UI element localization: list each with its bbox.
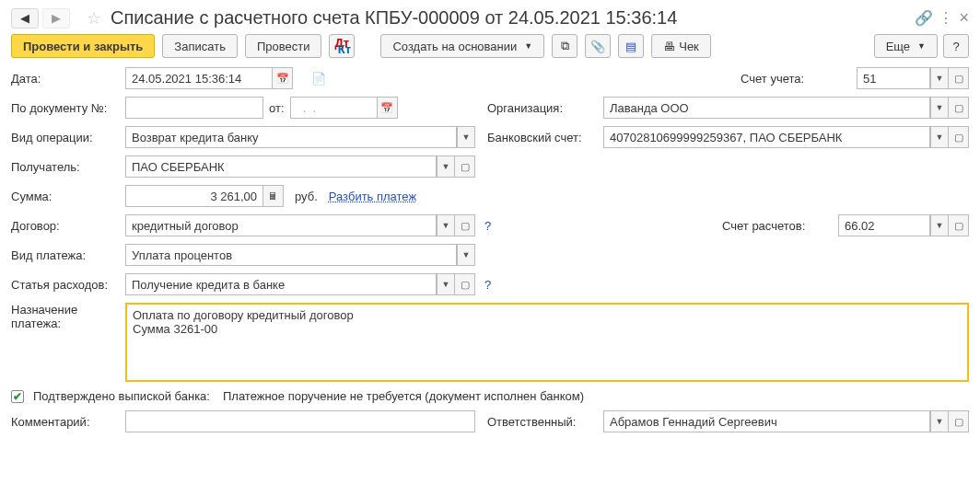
- kebab-menu-icon[interactable]: ⋮: [939, 9, 953, 27]
- doc-no-input[interactable]: [125, 97, 263, 119]
- contract-input[interactable]: [125, 214, 437, 236]
- recipient-label: Получатель:: [11, 160, 80, 174]
- link-icon[interactable]: 🔗: [915, 9, 933, 27]
- bank-acc-label: Банковский счет:: [487, 131, 582, 144]
- expense-open-icon[interactable]: ▢: [455, 273, 475, 295]
- attach-button[interactable]: 📎: [585, 34, 611, 58]
- dk-movements-button[interactable]: ДтКт: [329, 34, 355, 58]
- post-and-close-button[interactable]: Провести и закрыть: [11, 34, 155, 58]
- create-based-button[interactable]: Создать на основании ▼: [380, 34, 544, 58]
- more-button[interactable]: Еще ▼: [874, 34, 938, 58]
- amount-unit: руб.: [295, 190, 318, 203]
- favorite-star-icon[interactable]: ☆: [87, 8, 101, 29]
- expense-help-icon[interactable]: ?: [484, 278, 491, 292]
- account-label: Счет учета:: [741, 72, 804, 86]
- confirmed-label: Подтверждено выпиской банка:: [33, 389, 210, 403]
- dk-icon: ДтКт: [333, 40, 351, 52]
- recipient-dropdown-icon[interactable]: ▼: [437, 156, 455, 178]
- confirmed-text: Платежное поручение не требуется (докуме…: [223, 389, 584, 403]
- op-type-input[interactable]: [125, 126, 457, 148]
- account-dropdown-icon[interactable]: ▼: [930, 67, 949, 89]
- structure-button[interactable]: ⧉: [552, 34, 578, 58]
- calc-acc-open-icon[interactable]: ▢: [949, 214, 969, 236]
- save-button[interactable]: Записать: [162, 34, 238, 58]
- from-calendar-icon[interactable]: 📅: [378, 97, 398, 119]
- pay-type-dropdown-icon[interactable]: ▼: [457, 244, 475, 266]
- purpose-label: Назначение платежа:: [11, 303, 77, 330]
- bank-acc-input[interactable]: [603, 126, 930, 148]
- contract-open-icon[interactable]: ▢: [455, 214, 475, 236]
- bank-acc-dropdown-icon[interactable]: ▼: [930, 126, 949, 148]
- cheque-button[interactable]: 🖶 Чек: [651, 34, 711, 58]
- create-based-label: Создать на основании: [392, 40, 517, 53]
- from-label: от:: [269, 101, 285, 115]
- contract-help-icon[interactable]: ?: [484, 219, 491, 233]
- responsible-dropdown-icon[interactable]: ▼: [930, 410, 949, 432]
- expense-label: Статья расходов:: [11, 278, 108, 292]
- doc-no-label: По документу №:: [11, 101, 107, 115]
- confirmed-checkbox[interactable]: [11, 390, 24, 403]
- calc-acc-dropdown-icon[interactable]: ▼: [930, 214, 949, 236]
- chevron-down-icon: ▼: [917, 41, 926, 51]
- date-input[interactable]: [125, 67, 273, 89]
- pay-type-label: Вид платежа:: [11, 248, 86, 262]
- org-dropdown-icon[interactable]: ▼: [930, 97, 949, 119]
- amount-input[interactable]: [125, 185, 263, 207]
- calc-acc-input[interactable]: [838, 214, 930, 236]
- pay-type-input[interactable]: [125, 244, 457, 266]
- calculator-icon[interactable]: 🖩: [263, 185, 284, 207]
- responsible-input[interactable]: [603, 410, 930, 432]
- expense-dropdown-icon[interactable]: ▼: [437, 273, 455, 295]
- contract-label: Договор:: [11, 219, 60, 233]
- from-date-input[interactable]: [290, 97, 378, 119]
- account-open-icon[interactable]: ▢: [949, 67, 969, 89]
- account-input[interactable]: [857, 67, 930, 89]
- report-icon[interactable]: 📄: [311, 72, 326, 86]
- printer-icon: 🖶: [663, 40, 675, 53]
- chevron-down-icon: ▼: [524, 41, 532, 51]
- org-label: Организация:: [487, 101, 563, 115]
- split-payment-link[interactable]: Разбить платеж: [329, 190, 416, 203]
- op-type-dropdown-icon[interactable]: ▼: [457, 126, 475, 148]
- calendar-icon[interactable]: 📅: [273, 67, 293, 89]
- date-label: Дата:: [11, 72, 41, 86]
- comment-input[interactable]: [125, 410, 475, 432]
- calc-acc-label: Счет расчетов:: [722, 219, 805, 233]
- recipient-input[interactable]: [125, 156, 437, 178]
- contract-dropdown-icon[interactable]: ▼: [437, 214, 455, 236]
- list-button[interactable]: ▤: [618, 34, 644, 58]
- comment-label: Комментарий:: [11, 415, 90, 429]
- recipient-open-icon[interactable]: ▢: [455, 156, 475, 178]
- org-open-icon[interactable]: ▢: [949, 97, 969, 119]
- cheque-label: Чек: [679, 40, 699, 53]
- op-type-label: Вид операции:: [11, 131, 93, 144]
- close-icon[interactable]: ×: [959, 8, 969, 28]
- amount-label: Сумма:: [11, 190, 52, 203]
- toolbar: Провести и закрыть Записать Провести ДтК…: [11, 34, 969, 58]
- bank-acc-open-icon[interactable]: ▢: [949, 126, 969, 148]
- post-button[interactable]: Провести: [245, 34, 322, 58]
- nav-forward-button[interactable]: ▶: [42, 8, 70, 29]
- nav-back-button[interactable]: ◀: [11, 8, 39, 29]
- expense-input[interactable]: [125, 273, 437, 295]
- more-label: Еще: [886, 40, 910, 53]
- responsible-open-icon[interactable]: ▢: [949, 410, 969, 432]
- responsible-label: Ответственный:: [487, 415, 576, 429]
- help-button[interactable]: ?: [943, 34, 969, 58]
- purpose-textarea[interactable]: [125, 303, 969, 382]
- org-input[interactable]: [603, 97, 930, 119]
- page-title: Списание с расчетного счета КПБУ-000009 …: [111, 7, 677, 29]
